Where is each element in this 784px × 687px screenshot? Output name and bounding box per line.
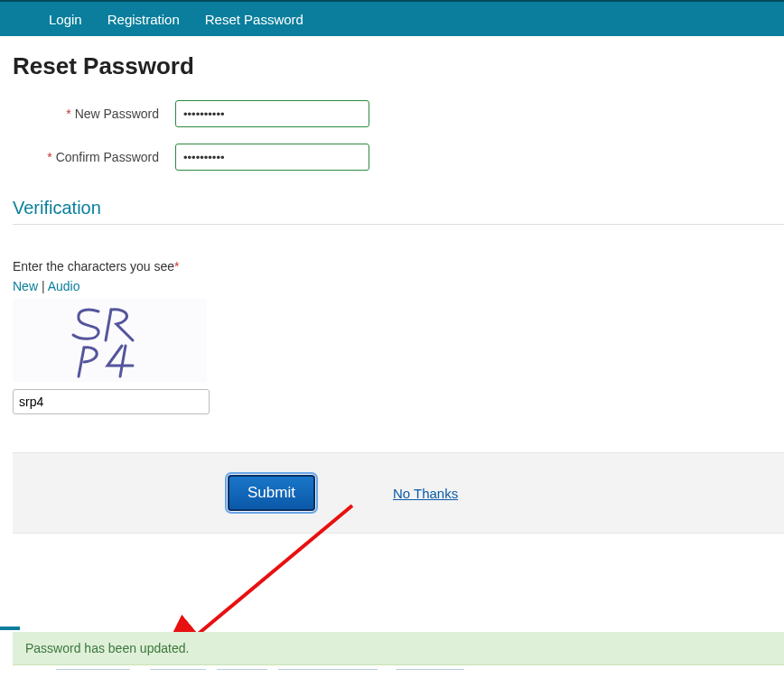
verification-heading: Verification	[13, 198, 784, 218]
submit-button[interactable]: Submit	[228, 475, 315, 511]
captcha-instruction: Enter the characters you see*	[13, 259, 784, 274]
nav-login[interactable]: Login	[36, 3, 95, 36]
new-password-label: * New Password	[13, 107, 175, 121]
page-title: Reset Password	[13, 52, 784, 80]
captcha-audio-link[interactable]: Audio	[48, 279, 80, 293]
no-thanks-link[interactable]: No Thanks	[393, 486, 458, 501]
top-nav: Login Registration Reset Password	[0, 0, 784, 36]
nav-reset-password[interactable]: Reset Password	[192, 3, 316, 36]
action-bar: Submit No Thanks	[13, 452, 784, 534]
divider	[13, 224, 784, 225]
captcha-image	[13, 299, 207, 382]
confirm-password-label: * Confirm Password	[13, 150, 175, 164]
captcha-new-link[interactable]: New	[13, 279, 38, 293]
new-password-input[interactable]	[175, 100, 369, 127]
captcha-sep: |	[38, 279, 48, 293]
nav-registration[interactable]: Registration	[95, 3, 192, 36]
confirm-password-input[interactable]	[175, 144, 369, 171]
captcha-input[interactable]	[13, 389, 210, 414]
